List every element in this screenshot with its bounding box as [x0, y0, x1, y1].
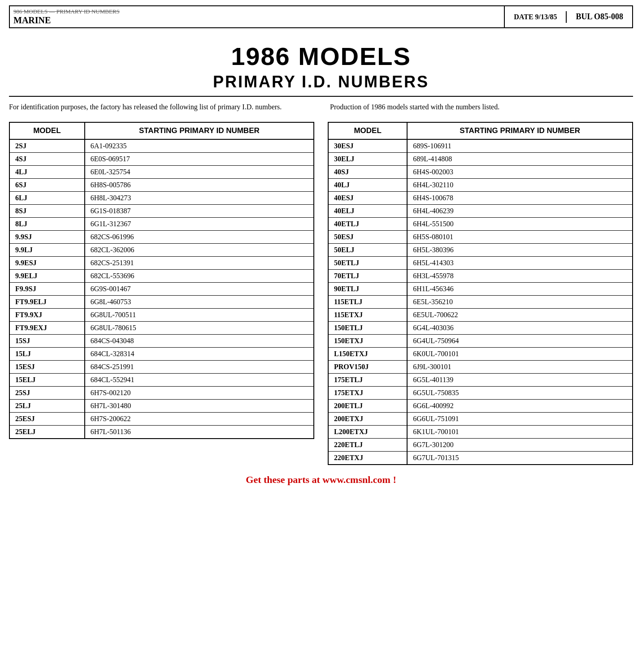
table-row: 150ETXJ6G4UL-750964	[328, 334, 633, 347]
left-table-col1-header: MODEL	[9, 122, 85, 139]
id-number-cell: 684CS-043048	[85, 334, 314, 347]
id-number-cell: 6G8L-460753	[85, 295, 314, 308]
id-number-cell: 6H5L-380396	[407, 243, 633, 256]
id-number-cell: 6H3L-455978	[407, 269, 633, 282]
model-cell: 40LJ	[328, 178, 407, 191]
table-row: FT9.9ELJ6G8L-460753	[9, 295, 314, 308]
model-cell: 50ELJ	[328, 243, 407, 256]
model-cell: 15ELJ	[9, 373, 85, 386]
model-cell: L200ETXJ	[328, 425, 407, 438]
model-cell: 25ELJ	[9, 425, 85, 439]
header-bulletin: BUL O85-008	[567, 10, 632, 23]
footer: Get these parts at www.cmsnl.com !	[9, 474, 633, 486]
intro-section: For identification purposes, the factory…	[9, 101, 633, 113]
id-number-cell: 6H1L-456346	[407, 282, 633, 295]
main-title-section: 1986 MODELS PRIMARY I.D. NUMBERS	[9, 42, 633, 91]
model-cell: 8LJ	[9, 217, 85, 230]
header-meta: DATE 9/13/85 BUL O85-008	[505, 6, 632, 27]
table-row: 220ETLJ6G7L-301200	[328, 438, 633, 451]
model-cell: L150ETXJ	[328, 347, 407, 360]
table-row: 25LJ6H7L-301480	[9, 399, 314, 412]
table-row: 90ETLJ6H1L-456346	[328, 282, 633, 295]
model-cell: 15SJ	[9, 334, 85, 347]
table-row: 50ETLJ6H5L-414303	[328, 256, 633, 269]
id-number-cell: 6H4L-406239	[407, 204, 633, 217]
id-number-cell: 689S-106911	[407, 139, 633, 153]
model-cell: FT9.9XJ	[9, 308, 85, 321]
table-row: PROV150J6J9L-300101	[328, 360, 633, 373]
model-cell: 30ESJ	[328, 139, 407, 153]
id-number-cell: 6E0L-325754	[85, 165, 314, 178]
id-number-cell: 6E5UL-700622	[407, 308, 633, 321]
table-row: 115ETLJ6E5L-356210	[328, 295, 633, 308]
model-cell: 90ETLJ	[328, 282, 407, 295]
id-number-cell: 6G4UL-750964	[407, 334, 633, 347]
model-cell: 15ESJ	[9, 360, 85, 373]
table-row: 9.9ESJ682CS-251391	[9, 256, 314, 269]
table-row: 200ETXJ6G6UL-751091	[328, 412, 633, 425]
id-number-cell: 684CS-251991	[85, 360, 314, 373]
model-cell: 175ETLJ	[328, 373, 407, 386]
model-cell: 50ETLJ	[328, 256, 407, 269]
model-cell: 150ETLJ	[328, 321, 407, 334]
model-cell: 2SJ	[9, 139, 85, 153]
model-cell: 4LJ	[9, 165, 85, 178]
model-cell: 6SJ	[9, 178, 85, 191]
table-row: 25ELJ6H7L-501136	[9, 425, 314, 439]
title-divider	[9, 96, 633, 97]
table-row: 175ETXJ6G5UL-750835	[328, 386, 633, 399]
id-number-cell: 682CL-362006	[85, 243, 314, 256]
model-cell: 70ETLJ	[328, 269, 407, 282]
table-row: 175ETLJ6G5L-401139	[328, 373, 633, 386]
table-row: 25SJ6H7S-002120	[9, 386, 314, 399]
main-title-line1: 1986 MODELS	[9, 42, 633, 71]
id-number-cell: 6K1UL-700101	[407, 425, 633, 438]
model-cell: 220ETXJ	[328, 451, 407, 465]
table-row: 15SJ684CS-043048	[9, 334, 314, 347]
id-number-cell: 682CS-061996	[85, 230, 314, 243]
model-cell: 220ETLJ	[328, 438, 407, 451]
id-number-cell: 6H7L-501136	[85, 425, 314, 439]
model-cell: 9.9ESJ	[9, 256, 85, 269]
model-cell: FT9.9ELJ	[9, 295, 85, 308]
id-number-cell: 6G6L-400992	[407, 399, 633, 412]
left-table-col2-header: STARTING PRIMARY ID NUMBER	[85, 122, 314, 139]
id-number-cell: 6G9S-001467	[85, 282, 314, 295]
id-number-cell: 6H5L-414303	[407, 256, 633, 269]
id-number-cell: 684CL-552941	[85, 373, 314, 386]
table-row: FT9.9EXJ6G8UL-780615	[9, 321, 314, 334]
table-row: 9.9ELJ682CL-553696	[9, 269, 314, 282]
table-row: 6LJ6H8L-304273	[9, 191, 314, 204]
id-number-cell: 6H4S-100678	[407, 191, 633, 204]
table-row: 4LJ6E0L-325754	[9, 165, 314, 178]
id-number-cell: 6H4L-302110	[407, 178, 633, 191]
model-cell: 25LJ	[9, 399, 85, 412]
table-row: 15LJ684CL-328314	[9, 347, 314, 360]
model-cell: 150ETXJ	[328, 334, 407, 347]
id-number-cell: 6H8L-304273	[85, 191, 314, 204]
model-cell: 175ETXJ	[328, 386, 407, 399]
table-row: 70ETLJ6H3L-455978	[328, 269, 633, 282]
table-row: FT9.9XJ6G8UL-700511	[9, 308, 314, 321]
model-cell: 40ELJ	[328, 204, 407, 217]
id-number-cell: 6A1-092335	[85, 139, 314, 153]
model-cell: 6LJ	[9, 191, 85, 204]
id-number-cell: 6G1L-312367	[85, 217, 314, 230]
right-table: MODEL STARTING PRIMARY ID NUMBER 30ESJ68…	[328, 122, 633, 465]
id-number-cell: 6H4L-551500	[407, 217, 633, 230]
model-cell: FT9.9EXJ	[9, 321, 85, 334]
id-number-cell: 6G5UL-750835	[407, 386, 633, 399]
id-number-cell: 6H7S-200622	[85, 412, 314, 425]
date-value: 9/13/85	[535, 13, 557, 21]
id-number-cell: 6H5S-080101	[407, 230, 633, 243]
id-number-cell: 6K0UL-700101	[407, 347, 633, 360]
id-number-cell: 682CS-251391	[85, 256, 314, 269]
model-cell: 115ETXJ	[328, 308, 407, 321]
right-table-col1-header: MODEL	[328, 122, 407, 139]
id-number-cell: 6J9L-300101	[407, 360, 633, 373]
model-cell: 9.9ELJ	[9, 269, 85, 282]
model-cell: 30ELJ	[328, 152, 407, 165]
table-row: 200ETLJ6G6L-400992	[328, 399, 633, 412]
table-row: 30ESJ689S-106911	[328, 139, 633, 153]
bul-label: BUL	[576, 12, 592, 21]
